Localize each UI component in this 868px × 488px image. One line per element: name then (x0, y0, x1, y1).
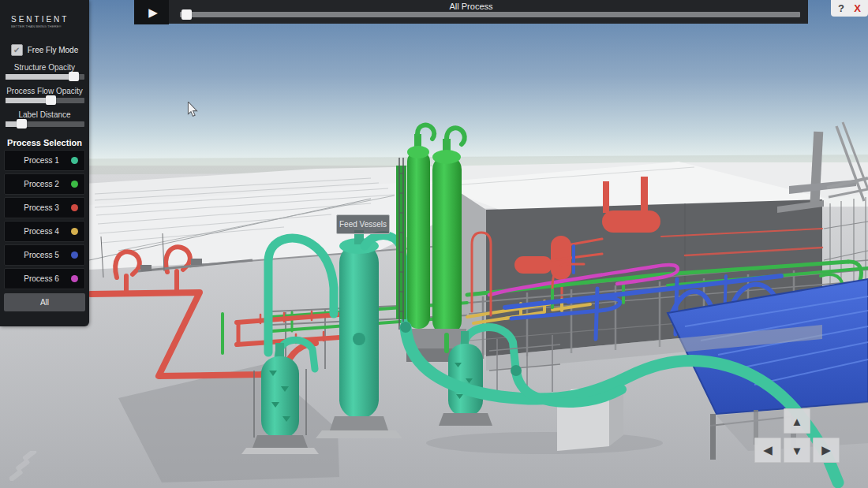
process-2-color-dot (71, 181, 78, 188)
label-distance-slider[interactable]: Label Distance (6, 110, 84, 127)
sky (0, 0, 868, 170)
process-4-color-dot (71, 228, 78, 235)
label-distance-label: Label Distance (6, 110, 84, 119)
timeline-title: All Process (134, 2, 808, 11)
slider-track[interactable] (6, 121, 84, 127)
nav-down-button[interactable]: ▼ (784, 438, 810, 463)
process-selection-header: Process Selection (0, 138, 89, 147)
structure-opacity-slider[interactable]: Structure Opacity (6, 63, 84, 80)
checkmark-icon: ✔ (13, 47, 20, 54)
process-6-label: Process 6 (24, 274, 65, 283)
nav-up-button[interactable]: ▲ (784, 408, 810, 434)
control-sidebar: SENTIENT BETTER THAN BEING THERE® ✔ Free… (0, 0, 89, 326)
process-6-color-dot (71, 275, 78, 282)
slider-track[interactable] (6, 98, 84, 103)
timeline-slider[interactable] (180, 12, 800, 17)
window-controls: ? X (831, 0, 868, 17)
process-5-label: Process 5 (24, 251, 65, 259)
all-processes-button[interactable]: All (4, 293, 85, 311)
play-button[interactable]: ▶ (134, 0, 169, 24)
play-icon: ▶ (148, 6, 158, 20)
watermark-logo (9, 451, 39, 481)
equipment-tooltip: Feed Vessels (336, 214, 390, 234)
playback-bar: ▶ All Process (134, 0, 808, 24)
timeline-handle[interactable] (181, 9, 192, 20)
free-fly-mode-label: Free Fly Mode (28, 46, 78, 54)
structure-opacity-label: Structure Opacity (6, 63, 84, 72)
slider-handle[interactable] (69, 72, 79, 81)
process-2-label: Process 2 (24, 180, 65, 188)
brand-tagline: BETTER THAN BEING THERE® (11, 24, 62, 28)
process-1-button[interactable]: Process 1 (4, 150, 85, 171)
process-3-label: Process 3 (24, 203, 65, 212)
slider-handle[interactable] (46, 95, 56, 105)
close-button[interactable]: X (854, 2, 861, 14)
slider-handle[interactable] (17, 119, 27, 129)
process-6-button[interactable]: Process 6 (4, 268, 85, 289)
process-1-color-dot (71, 157, 78, 164)
process-3-button[interactable]: Process 3 (4, 197, 85, 218)
help-button[interactable]: ? (838, 2, 844, 14)
process-2-button[interactable]: Process 2 (4, 173, 85, 195)
nav-right-button[interactable]: ▶ (813, 438, 840, 463)
process-4-label: Process 4 (24, 227, 65, 236)
process-1-label: Process 1 (24, 156, 65, 165)
process-flow-opacity-slider[interactable]: Process Flow Opacity (6, 87, 84, 103)
process-4-button[interactable]: Process 4 (4, 221, 85, 242)
nav-left-button[interactable]: ◀ (754, 438, 781, 463)
brand: SENTIENT BETTER THAN BEING THERE® (0, 0, 89, 32)
process-5-button[interactable]: Process 5 (4, 244, 85, 266)
brand-name: SENTIENT (11, 15, 92, 24)
process-flow-opacity-label: Process Flow Opacity (6, 87, 84, 95)
free-fly-mode-checkbox[interactable]: ✔ (11, 44, 23, 56)
process-3-color-dot (71, 204, 78, 211)
viewport-3d-scene[interactable] (0, 0, 868, 488)
free-fly-mode-row: ✔ Free Fly Mode (0, 44, 89, 56)
slider-track[interactable] (6, 74, 84, 80)
process-5-color-dot (71, 251, 78, 259)
